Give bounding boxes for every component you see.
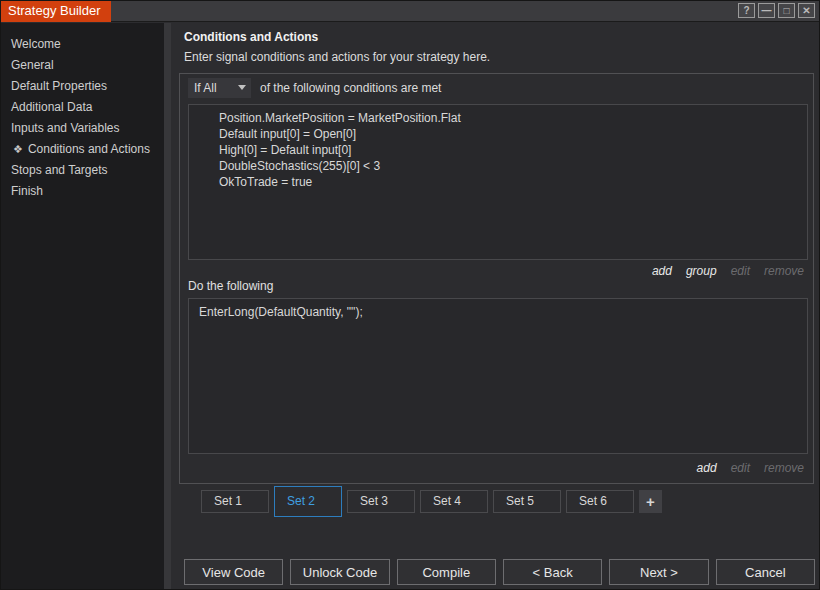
sidebar-item-stops-and-targets[interactable]: Stops and Targets: [1, 160, 164, 181]
actions-edit-link: edit: [731, 461, 750, 475]
sidebar-item-general[interactable]: General: [1, 55, 164, 76]
conditions-list: Position.MarketPosition = MarketPosition…: [188, 104, 808, 260]
tab-set-1[interactable]: Set 1: [201, 490, 269, 513]
condition-mode-caption: of the following conditions are met: [260, 81, 441, 95]
condition-item[interactable]: Default input[0] = Open[0]: [189, 126, 807, 142]
title-bar: Strategy Builder ? — □ ✕: [1, 1, 819, 22]
minimize-button[interactable]: —: [758, 3, 775, 18]
compile-button[interactable]: Compile: [397, 559, 496, 585]
sidebar-splitter: [164, 23, 171, 590]
action-item[interactable]: EnterLong(DefaultQuantity, "");: [189, 304, 807, 320]
sidebar-item-default-properties[interactable]: Default Properties: [1, 76, 164, 97]
conditions-group-link[interactable]: group: [686, 264, 717, 278]
sidebar-item-finish[interactable]: Finish: [1, 181, 164, 202]
tab-set-6[interactable]: Set 6: [566, 490, 634, 513]
sidebar-item-inputs-and-variables[interactable]: Inputs and Variables: [1, 118, 164, 139]
unlock-code-button[interactable]: Unlock Code: [290, 559, 389, 585]
strategy-builder-window: Strategy Builder ? — □ ✕ Welcome General…: [0, 0, 820, 590]
page-title: Conditions and Actions: [184, 30, 318, 44]
actions-list: EnterLong(DefaultQuantity, "");: [188, 298, 808, 454]
conditions-edit-link: edit: [731, 264, 750, 278]
sidebar-item-additional-data[interactable]: Additional Data: [1, 97, 164, 118]
conditions-remove-link: remove: [764, 264, 804, 278]
bottom-button-row: View Code Unlock Code Compile < Back Nex…: [184, 559, 815, 585]
next-button[interactable]: Next >: [609, 559, 708, 585]
cancel-button[interactable]: Cancel: [716, 559, 815, 585]
tab-set-4[interactable]: Set 4: [420, 490, 488, 513]
conditions-links: add group edit remove: [652, 264, 804, 278]
set-tabs: Set 1 Set 2 Set 3 Set 4 Set 5 Set 6 +: [201, 486, 662, 517]
condition-item[interactable]: OkToTrade = true: [189, 174, 807, 190]
condition-item[interactable]: DoubleStochastics(255)[0] < 3: [189, 158, 807, 174]
main-panel: Conditions and Actions Enter signal cond…: [171, 23, 820, 590]
wizard-step-list: Welcome General Default Properties Addit…: [1, 23, 164, 590]
tab-set-2[interactable]: Set 2: [274, 486, 342, 517]
condition-item[interactable]: Position.MarketPosition = MarketPosition…: [189, 110, 807, 126]
add-set-button[interactable]: +: [639, 490, 662, 513]
condition-mode-select[interactable]: If All: [188, 78, 251, 98]
sidebar-item-welcome[interactable]: Welcome: [1, 34, 164, 55]
actions-section-label: Do the following: [188, 279, 273, 293]
condition-mode-value: If All: [194, 81, 217, 95]
tab-set-5[interactable]: Set 5: [493, 490, 561, 513]
page-subtitle: Enter signal conditions and actions for …: [184, 50, 490, 64]
conditions-actions-groupbox: If All of the following conditions are m…: [179, 73, 814, 484]
help-button[interactable]: ?: [738, 3, 755, 18]
window-controls: ? — □ ✕: [738, 3, 815, 18]
maximize-button[interactable]: □: [778, 3, 795, 18]
chevron-down-icon: [238, 85, 246, 90]
view-code-button[interactable]: View Code: [184, 559, 283, 585]
current-step-icon: ❖: [13, 143, 23, 155]
close-button[interactable]: ✕: [798, 3, 815, 18]
condition-item[interactable]: High[0] = Default input[0]: [189, 142, 807, 158]
actions-remove-link: remove: [764, 461, 804, 475]
back-button[interactable]: < Back: [503, 559, 602, 585]
actions-add-link[interactable]: add: [697, 461, 717, 475]
window-title: Strategy Builder: [1, 1, 111, 22]
sidebar-item-label: Conditions and Actions: [28, 142, 150, 156]
sidebar-item-conditions-and-actions[interactable]: ❖Conditions and Actions: [1, 139, 164, 160]
conditions-add-link[interactable]: add: [652, 264, 672, 278]
actions-links: add edit remove: [697, 461, 804, 475]
tab-set-3[interactable]: Set 3: [347, 490, 415, 513]
